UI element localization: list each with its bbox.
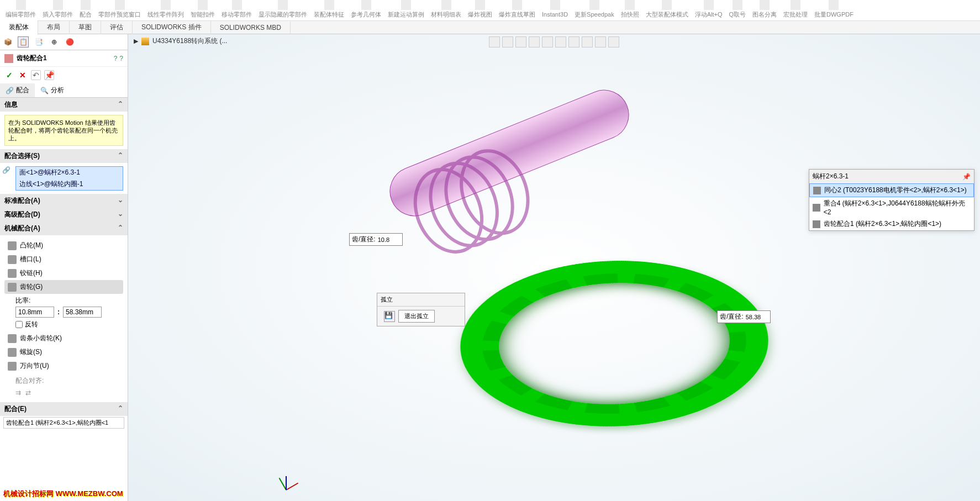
scene-icon[interactable] bbox=[595, 36, 606, 48]
chevron-up-icon: ⌃ bbox=[118, 151, 123, 161]
tab-mbd[interactable]: SOLIDWORKS MBD bbox=[211, 22, 291, 34]
save-icon[interactable]: 💾 bbox=[384, 311, 395, 322]
align-same-icon[interactable]: ⇉ bbox=[15, 389, 21, 397]
pushpin-icon[interactable]: 📌 bbox=[962, 173, 971, 181]
graphics-area[interactable]: ▶U4334Y6188转向系统 (... 齿/直径: 齿/直径: bbox=[128, 34, 980, 501]
view-triad[interactable] bbox=[272, 468, 299, 495]
tab-layout[interactable]: 布局 bbox=[38, 20, 70, 34]
screw-mate[interactable]: 螺旋(S) bbox=[4, 345, 123, 359]
ribbon-btn[interactable]: 浮动Alt+Q bbox=[692, 0, 726, 18]
feature-tree-icon[interactable]: 📦 bbox=[2, 36, 13, 48]
exit-isolate-button[interactable]: 退出孤立 bbox=[398, 310, 435, 323]
view-settings-icon[interactable] bbox=[608, 36, 619, 48]
subtab-analysis[interactable]: 🔍 分析 bbox=[35, 83, 70, 97]
ribbon-btn[interactable]: 批量DWGPDF bbox=[811, 0, 857, 18]
ok-button[interactable]: ✓ bbox=[4, 70, 14, 80]
selection-row[interactable]: 面<1>@蜗杆2×6.3-1 bbox=[16, 167, 123, 178]
section-advanced[interactable]: 高级配合(D)⌄ bbox=[0, 208, 128, 222]
ribbon: 编辑零部件 插入零部件 配合 零部件预览窗口 线性零件阵列 智能扣件 移动零部件… bbox=[0, 0, 980, 21]
zoom-area-icon[interactable] bbox=[502, 36, 513, 48]
tab-assembly[interactable]: 装配体 bbox=[0, 20, 38, 35]
ribbon-btn[interactable]: 移动零部件 bbox=[218, 0, 255, 18]
section-view-icon[interactable] bbox=[529, 36, 540, 48]
ribbon-btn[interactable]: 配合 bbox=[76, 0, 95, 18]
mate-selection-list[interactable]: 面<1>@蜗杆2×6.3-1 边线<1>@蜗轮内圈-1 bbox=[15, 166, 123, 191]
flyout-mate-gear[interactable]: 齿轮配合1 (蜗杆2×6.3<1>,蜗轮内圈<1>) bbox=[809, 218, 974, 230]
callout-teeth-1[interactable]: 齿/直径: bbox=[349, 233, 403, 246]
help2-icon[interactable]: ? bbox=[119, 55, 123, 62]
view-orient-icon[interactable] bbox=[542, 36, 553, 48]
dimxpert-icon[interactable]: ⊕ bbox=[49, 36, 60, 48]
slot-mate[interactable]: 槽口(L) bbox=[4, 252, 123, 266]
callout-value-2[interactable] bbox=[746, 314, 768, 320]
display-mgr-icon[interactable]: 🔴 bbox=[64, 36, 75, 48]
ribbon-btn[interactable]: 宏批处理 bbox=[780, 0, 811, 18]
worm-gear-model[interactable] bbox=[428, 241, 801, 446]
zoom-fit-icon[interactable] bbox=[489, 36, 500, 48]
assembly-icon bbox=[141, 38, 149, 45]
ribbon-btn[interactable]: 爆炸直线草图 bbox=[496, 0, 539, 18]
ribbon-btn[interactable]: Q取号 bbox=[725, 0, 749, 18]
ribbon-btn[interactable]: 线性零件阵列 bbox=[144, 0, 187, 18]
ratio-input-2[interactable] bbox=[63, 307, 102, 318]
ribbon-btn[interactable]: 材料明细表 bbox=[428, 0, 465, 18]
hinge-mate[interactable]: 铰链(H) bbox=[4, 266, 123, 280]
ribbon-btn[interactable]: 显示隐藏的零部件 bbox=[255, 0, 310, 18]
ribbon-btn[interactable]: 爆炸视图 bbox=[465, 0, 496, 18]
help-icon[interactable]: ? bbox=[114, 55, 118, 62]
concentric-icon bbox=[813, 187, 821, 194]
prev-view-icon[interactable] bbox=[515, 36, 526, 48]
config-mgr-icon[interactable]: 📑 bbox=[33, 36, 44, 48]
callout-label: 齿/直径: bbox=[352, 235, 376, 244]
ribbon-btn[interactable]: 插入零部件 bbox=[39, 0, 76, 18]
subtab-mate[interactable]: 🔗 配合 bbox=[0, 83, 35, 97]
ribbon-btn[interactable]: 拍快照 bbox=[618, 0, 642, 18]
cam-mate[interactable]: 凸轮(M) bbox=[4, 239, 123, 252]
rackpinion-mate[interactable]: 齿条小齿轮(K) bbox=[4, 331, 123, 345]
flyout-mate-concentric[interactable]: 同心2 (T0023Y6188电机零件<2>,蜗杆2×6.3<1>) bbox=[809, 183, 974, 197]
display-style-icon[interactable] bbox=[555, 36, 566, 48]
breadcrumb[interactable]: ▶U4334Y6188转向系统 (... bbox=[134, 36, 227, 46]
selection-row[interactable]: 边线<1>@蜗轮内圈-1 bbox=[16, 178, 123, 190]
tab-evaluate[interactable]: 评估 bbox=[101, 20, 133, 34]
flyout-mate-coincident[interactable]: 重合4 (蜗杆2×6.3<1>,J0644Y6188蜗轮蜗杆外壳<2 bbox=[809, 197, 974, 218]
callout-value-1[interactable] bbox=[378, 236, 400, 243]
mate-list-row[interactable]: 齿轮配合1 (蜗杆2×6.3<1>,蜗轮内圈<1 bbox=[3, 417, 124, 429]
tab-sketch[interactable]: 草图 bbox=[70, 20, 101, 34]
ribbon-btn[interactable]: 图名分离 bbox=[749, 0, 780, 18]
flyout-title: 蜗杆2×6.3-1 bbox=[813, 172, 849, 181]
ratio-input-1[interactable] bbox=[15, 307, 54, 318]
reverse-checkbox[interactable]: 反转 bbox=[4, 318, 123, 331]
hide-show-icon[interactable] bbox=[568, 36, 579, 48]
gear-mate-icon bbox=[4, 54, 13, 63]
ribbon-btn[interactable]: 大型装配体模式 bbox=[642, 0, 692, 18]
pin-button[interactable]: 📌 bbox=[44, 70, 54, 80]
ribbon-btn[interactable]: 更新Speedpak bbox=[571, 0, 618, 18]
ribbon-btn[interactable]: 新建运动算例 bbox=[384, 0, 428, 18]
cancel-button[interactable]: ✕ bbox=[18, 70, 28, 80]
ribbon-btn[interactable]: 零部件预览窗口 bbox=[95, 0, 144, 18]
coincident-icon bbox=[813, 204, 820, 212]
ribbon-btn[interactable]: 装配体特征 bbox=[310, 0, 347, 18]
section-info[interactable]: 信息⌃ bbox=[0, 98, 128, 112]
tab-addins[interactable]: SOLIDWORKS 插件 bbox=[133, 20, 211, 34]
appearance-icon[interactable] bbox=[582, 36, 593, 48]
gear-mate[interactable]: 齿轮(G) bbox=[4, 280, 123, 294]
slot-icon bbox=[8, 255, 17, 264]
ribbon-btn[interactable]: 参考几何体 bbox=[347, 0, 384, 18]
property-mgr-icon[interactable]: 📋 bbox=[18, 36, 29, 48]
chevron-up-icon: ⌃ bbox=[118, 100, 123, 109]
universal-mate[interactable]: 万向节(U) bbox=[4, 359, 123, 373]
align-anti-icon[interactable]: ⇄ bbox=[25, 389, 31, 397]
section-mechanical[interactable]: 机械配合(A)⌃ bbox=[0, 222, 128, 235]
ribbon-btn[interactable]: 编辑零部件 bbox=[2, 0, 39, 18]
ribbon-btn[interactable]: 智能扣件 bbox=[187, 0, 218, 18]
section-selection[interactable]: 配合选择(S)⌃ bbox=[0, 149, 128, 163]
callout-teeth-2[interactable]: 齿/直径: bbox=[717, 310, 771, 323]
feature-title: 齿轮配合1 bbox=[17, 54, 112, 63]
section-standard[interactable]: 标准配合(A)⌄ bbox=[0, 194, 128, 208]
undo-button[interactable]: ↶ bbox=[31, 70, 41, 80]
section-mates[interactable]: 配合(E)⌃ bbox=[0, 402, 128, 416]
ribbon-btn[interactable]: Instant3D bbox=[539, 0, 571, 18]
watermark: 机械设计招标网 WWW.MEZBW.COM bbox=[3, 490, 123, 498]
